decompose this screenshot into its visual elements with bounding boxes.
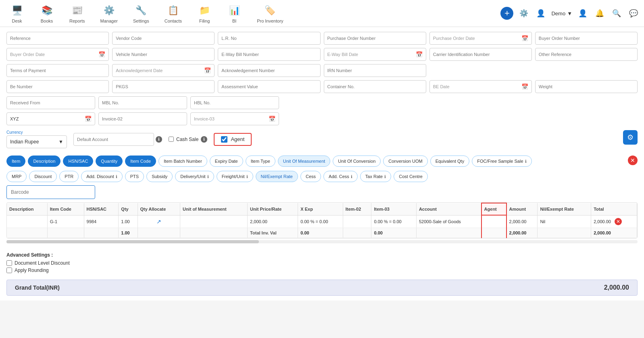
eway-bill-date-calendar-icon: 📅 <box>416 51 423 58</box>
nav-label-pro-inventory: Pro Inventory <box>257 19 283 23</box>
horizontal-scrollbar[interactable] <box>6 240 638 243</box>
chat-icon[interactable]: 💬 <box>627 7 640 20</box>
lr-no-input[interactable] <box>218 32 320 45</box>
pro-inventory-icon: 🏷️ <box>263 3 277 18</box>
col-tag-pts[interactable]: PTS <box>125 171 144 182</box>
col-tag-expiry-date[interactable]: Expiry Date <box>210 156 243 167</box>
col-tag-foc-free[interactable]: FOC/Free Sample Sale ℹ <box>472 156 531 167</box>
total-amount: 2,000.00 <box>506 228 538 238</box>
col-tag-add-discount[interactable]: Add. Discount ℹ <box>81 171 122 182</box>
col-tag-cost-centre[interactable]: Cost Centre <box>394 171 428 182</box>
reference-input[interactable] <box>6 32 109 45</box>
vendor-code-input[interactable] <box>112 32 215 45</box>
col-tag-add-cess[interactable]: Add. Cess ℹ <box>323 171 358 182</box>
add-button[interactable]: + <box>500 7 513 20</box>
user-profile[interactable]: Demo ▼ <box>551 10 572 17</box>
col-tag-subsidy[interactable]: Subsidy <box>146 171 173 182</box>
td-qty-allocate[interactable]: ↗ <box>138 215 180 228</box>
invoice-03-input[interactable]: Invoice-03 📅 <box>190 112 279 125</box>
nav-item-contacts[interactable]: 📋 Contacts <box>159 0 188 27</box>
default-account-info-icon[interactable]: ℹ <box>156 136 162 143</box>
col-tag-hsn-sac[interactable]: HSN/SAC <box>63 156 93 167</box>
qty-allocate-open-icon[interactable]: ↗ <box>156 218 161 225</box>
currency-select[interactable]: Indian Rupee ▼ <box>6 135 67 148</box>
col-tag-mrp[interactable]: MRP <box>6 171 27 182</box>
eway-bill-date-input[interactable]: E-Way Bill Date 📅 <box>324 48 426 61</box>
ack-date-input[interactable]: Acknowledgement Date 📅 <box>112 64 215 77</box>
cash-sale-label: Cash Sale <box>176 137 198 142</box>
assessment-value-input[interactable] <box>218 80 320 93</box>
col-tag-description[interactable]: Description <box>28 156 60 167</box>
search-icon[interactable]: 🔍 <box>610 7 623 20</box>
th-total: Total <box>591 203 637 215</box>
field-empty3 <box>282 96 398 109</box>
col-tag-unit-conversion[interactable]: Unit Of Conversion <box>333 156 381 167</box>
nav-item-pro-inventory[interactable]: 🏷️ Pro Inventory <box>251 0 289 27</box>
col-tag-ptr[interactable]: PTR <box>59 171 79 182</box>
user-switch-icon[interactable]: 👤 <box>534 7 547 20</box>
received-from-input[interactable] <box>6 96 95 109</box>
buyer-order-number-input[interactable] <box>535 32 638 45</box>
col-tag-item[interactable]: Item <box>6 156 25 167</box>
be-date-input[interactable]: BE Date 📅 <box>429 80 532 93</box>
hbl-no-input[interactable] <box>190 96 279 109</box>
remove-row-button[interactable]: ✕ <box>628 156 638 165</box>
col-tag-unit-measurement[interactable]: Unit Of Measurement <box>278 156 331 167</box>
col-tag-tax-rate[interactable]: Tax Rate ℹ <box>360 171 391 182</box>
terms-payment-input[interactable] <box>6 64 109 77</box>
barcode-input[interactable] <box>6 185 95 199</box>
eway-bill-number-input[interactable] <box>218 48 320 61</box>
avatar-icon[interactable]: 👤 <box>576 7 589 20</box>
be-number-input[interactable] <box>6 80 109 93</box>
buyer-order-date-input[interactable]: Buyer Order Date 📅 <box>6 48 109 61</box>
container-no-input[interactable] <box>324 80 426 93</box>
invoice-02-input[interactable] <box>98 112 187 125</box>
other-reference-input[interactable] <box>535 48 638 61</box>
col-tag-freight-unit[interactable]: Freight/Unit ℹ <box>217 171 253 182</box>
vehicle-number-input[interactable] <box>112 48 215 61</box>
field-eway-bill-date: E-Way Bill Date 📅 <box>324 48 426 61</box>
doc-level-discount-checkbox[interactable] <box>6 260 12 266</box>
col-tag-nil-exempt[interactable]: Nil/Exempt Rate <box>256 171 298 182</box>
apply-rounding-checkbox[interactable] <box>6 267 12 273</box>
nav-item-bi[interactable]: 📊 BI <box>221 0 247 27</box>
xyz-input[interactable]: XYZ 📅 <box>6 112 95 125</box>
xyz-placeholder: XYZ <box>10 116 19 121</box>
nav-item-filing[interactable]: 📁 Filing <box>192 0 217 27</box>
notification-icon[interactable]: 🔔 <box>593 7 606 20</box>
ack-number-input[interactable] <box>218 64 320 77</box>
po-number-input[interactable] <box>324 32 426 45</box>
col-tag-item-batch[interactable]: Item Batch Number <box>158 156 207 167</box>
settings-gear-button[interactable]: ⚙ <box>623 130 638 145</box>
delete-row-button[interactable]: ✕ <box>615 218 622 225</box>
nav-item-settings[interactable]: 🔧 Settings <box>127 0 155 27</box>
nav-item-desk[interactable]: 🖥️ Desk <box>4 0 30 27</box>
cash-sale-info-icon[interactable]: ℹ <box>201 136 207 143</box>
col-tag-item-type[interactable]: Item Type <box>246 156 275 167</box>
table-row: G-1 9984 1.00 ↗ 2,000.00 0.00 % = 0.00 0… <box>7 215 637 228</box>
col-tag-item-code[interactable]: Item Code <box>125 156 156 167</box>
col-tag-delivery-unit[interactable]: Delivery/Unit ℹ <box>175 171 214 182</box>
col-tag-conversion-uom[interactable]: Conversion UOM <box>383 156 427 167</box>
pkgs-input[interactable] <box>112 80 215 93</box>
default-account-input[interactable] <box>73 133 154 146</box>
field-empty5 <box>521 96 638 109</box>
col-tag-cess[interactable]: Cess <box>300 171 321 182</box>
weight-input[interactable] <box>535 80 638 93</box>
col-tag-discount[interactable]: Discount <box>29 171 57 182</box>
nav-item-books[interactable]: 📚 Books <box>34 0 60 27</box>
col-tag-quantity[interactable]: Quantity <box>96 156 123 167</box>
field-be-date: BE Date 📅 <box>429 80 532 93</box>
irn-number-input[interactable] <box>324 64 426 77</box>
po-date-input[interactable]: Purchase Order Date 📅 <box>429 32 532 45</box>
carrier-id-input[interactable] <box>429 48 532 61</box>
xyz-calendar-icon: 📅 <box>85 116 92 122</box>
nav-item-reports[interactable]: 📰 Reports <box>64 0 91 27</box>
add-discount-info-icon: ℹ <box>116 174 117 179</box>
agent-checkbox[interactable] <box>221 136 227 143</box>
cash-sale-checkbox[interactable] <box>169 137 174 142</box>
gear-nav-icon[interactable]: ⚙️ <box>517 7 530 20</box>
nav-item-manager[interactable]: ⚙️ Manager <box>95 0 123 27</box>
col-tag-equivalent-qty[interactable]: Equivalent Qty <box>430 156 470 167</box>
mbl-no-input[interactable] <box>98 96 187 109</box>
